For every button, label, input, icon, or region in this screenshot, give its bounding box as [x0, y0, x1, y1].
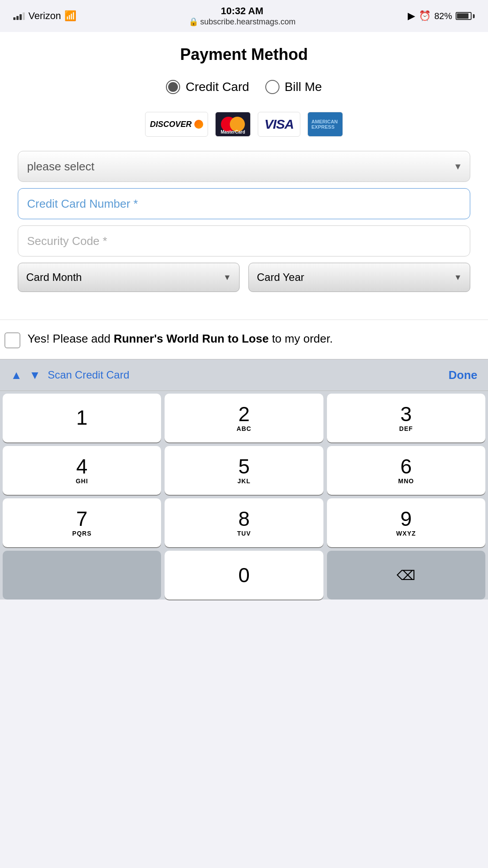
mastercard-logo: MasterCard [215, 112, 251, 137]
card-month-label: Card Month [26, 271, 82, 284]
key-8-letters: TUV [237, 530, 251, 537]
keyboard-row-1: 1 2 ABC 3 DEF [3, 394, 485, 442]
discover-logo: DISCOVER [145, 112, 208, 137]
url-text: subscribe.hearstmags.com [200, 17, 295, 27]
lock-icon: 🔒 [189, 17, 198, 27]
security-code-input[interactable] [18, 225, 470, 256]
key-2-number: 2 [238, 404, 250, 424]
key-6-letters: MNO [398, 477, 414, 485]
key-4-letters: GHI [76, 477, 88, 485]
toolbar-up-button[interactable]: ▲ [11, 368, 22, 382]
bill-me-radio[interactable] [265, 80, 279, 94]
keyboard-row-3: 7 PQRS 8 TUV 9 WXYZ [3, 498, 485, 547]
key-1-number: 1 [76, 407, 88, 428]
toolbar-down-button[interactable]: ▼ [29, 368, 41, 382]
credit-card-label: Credit Card [185, 80, 249, 94]
key-3[interactable]: 3 DEF [327, 394, 485, 442]
page-title: Payment Method [18, 45, 470, 64]
amex-logo: AMERICAN EXPRESS [307, 112, 343, 137]
card-type-wrapper: please select Discover MasterCard Visa A… [18, 151, 470, 182]
key-5-number: 5 [238, 456, 250, 477]
alarm-icon: ⏰ [419, 10, 431, 22]
numeric-keyboard: 1 2 ABC 3 DEF 4 GHI 5 JKL 6 MNO 7 PQRS [0, 391, 488, 600]
upsell-section: Yes! Please add Runner's World Run to Lo… [0, 320, 488, 359]
card-type-select[interactable]: please select Discover MasterCard Visa A… [18, 151, 470, 182]
key-7-letters: PQRS [72, 530, 92, 537]
url-bar: 🔒 subscribe.hearstmags.com [189, 17, 295, 27]
credit-card-number-input[interactable] [18, 188, 470, 219]
key-5-letters: JKL [237, 477, 250, 485]
key-7[interactable]: 7 PQRS [3, 498, 161, 547]
key-9-letters: WXYZ [396, 530, 416, 537]
credit-card-radio[interactable] [166, 80, 180, 94]
key-8[interactable]: 8 TUV [165, 498, 323, 547]
key-1[interactable]: 1 [3, 394, 161, 442]
upsell-text-after: to my order. [269, 332, 333, 345]
key-8-number: 8 [238, 509, 250, 529]
scan-credit-card-button[interactable]: Scan Credit Card [47, 369, 129, 381]
bill-me-option[interactable]: Bill Me [265, 80, 322, 94]
upsell-bold-text: Runner's World Run to Lose [114, 332, 268, 345]
card-month-wrapper: Card Month ▼ [18, 263, 240, 292]
time-label: 10:32 AM [221, 5, 264, 17]
upsell-text-before: Yes! Please add [28, 332, 114, 345]
backspace-icon: ⌫ [397, 568, 415, 583]
signal-bars [13, 12, 25, 20]
key-empty [3, 551, 161, 600]
status-left: Verizon 📶 [13, 10, 76, 22]
keyboard-row-2: 4 GHI 5 JKL 6 MNO [3, 446, 485, 495]
done-button[interactable]: Done [449, 368, 477, 382]
status-bar: Verizon 📶 10:32 AM 🔒 subscribe.hearstmag… [0, 0, 488, 32]
card-year-wrapper: Card Year ▼ [248, 263, 470, 292]
card-year-arrow-icon: ▼ [454, 273, 462, 282]
battery-percent: 82% [434, 11, 452, 21]
visa-logo: VISA [258, 112, 300, 137]
key-0[interactable]: 0 [165, 551, 323, 600]
status-center: 10:32 AM 🔒 subscribe.hearstmags.com [189, 5, 295, 27]
carrier-label: Verizon [28, 10, 61, 22]
keyboard-row-4: 0 ⌫ [3, 551, 485, 600]
key-3-number: 3 [401, 404, 412, 424]
key-4-number: 4 [76, 456, 88, 477]
key-4[interactable]: 4 GHI [3, 446, 161, 495]
credit-card-option[interactable]: Credit Card [166, 80, 249, 94]
key-6[interactable]: 6 MNO [327, 446, 485, 495]
card-year-label: Card Year [257, 271, 304, 284]
card-year-button[interactable]: Card Year ▼ [248, 263, 470, 292]
key-7-number: 7 [76, 509, 88, 529]
status-right: ▶ ⏰ 82% [408, 10, 475, 22]
key-9[interactable]: 9 WXYZ [327, 498, 485, 547]
key-2[interactable]: 2 ABC [165, 394, 323, 442]
key-3-letters: DEF [399, 425, 413, 432]
card-date-row: Card Month ▼ Card Year ▼ [18, 263, 470, 292]
key-0-number: 0 [238, 565, 250, 585]
keyboard-toolbar: ▲ ▼ Scan Credit Card Done [0, 359, 488, 391]
wifi-icon: 📶 [64, 10, 76, 22]
main-content: Payment Method Credit Card Bill Me DISCO… [0, 32, 488, 320]
toolbar-nav: ▲ ▼ Scan Credit Card [11, 368, 449, 382]
backspace-key[interactable]: ⌫ [327, 551, 485, 600]
card-month-arrow-icon: ▼ [223, 273, 231, 282]
battery-indicator [456, 12, 475, 20]
card-logos: DISCOVER MasterCard VISA AMERICAN EXPRES… [18, 112, 470, 137]
upsell-text: Yes! Please add Runner's World Run to Lo… [28, 331, 333, 347]
key-6-number: 6 [401, 456, 412, 477]
upsell-checkbox[interactable] [4, 332, 20, 348]
bill-me-label: Bill Me [285, 80, 322, 94]
location-icon: ▶ [408, 10, 415, 22]
key-9-number: 9 [401, 509, 412, 529]
card-month-button[interactable]: Card Month ▼ [18, 263, 240, 292]
payment-options: Credit Card Bill Me [18, 80, 470, 94]
key-5[interactable]: 5 JKL [165, 446, 323, 495]
key-2-letters: ABC [236, 425, 251, 432]
